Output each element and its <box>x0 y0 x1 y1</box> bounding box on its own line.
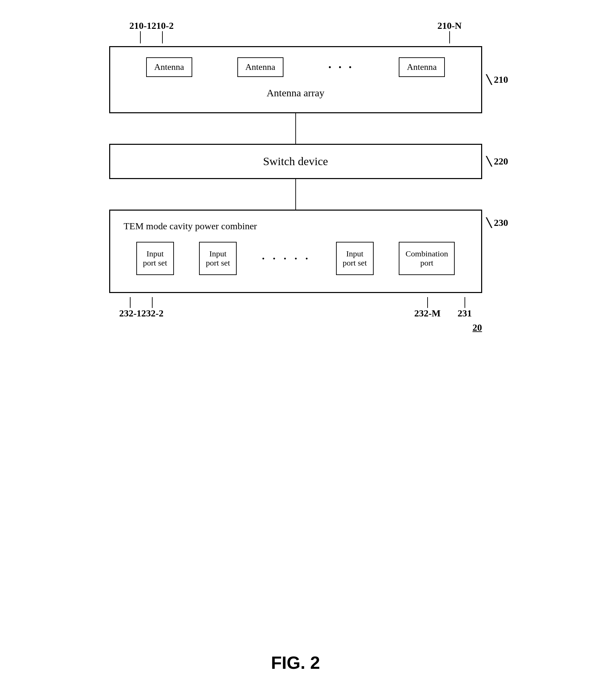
antenna-ref-1: 210-1 <box>130 20 152 43</box>
antenna-inner: Antenna Antenna · · · Antenna <box>124 57 468 77</box>
antenna-box-n: Antenna <box>399 57 445 77</box>
tem-port-labels-row: 232-1 232-2 232-M 231 <box>109 297 482 319</box>
antenna-box-1: Antenna <box>146 57 192 77</box>
port-label-232-1: 232-1 <box>119 297 141 319</box>
input-port-2: Input port set <box>199 242 237 275</box>
antenna-array-box: Antenna Antenna · · · Antenna Antenna ar… <box>109 46 482 113</box>
tem-ref: ╲ 230 <box>486 217 508 228</box>
tem-box: ╲ 230 TEM mode cavity power combiner Inp… <box>109 210 482 293</box>
antenna-label-row: 210-1 210-2 210-N <box>109 20 482 43</box>
switch-device-box: Switch device ╲ 220 <box>109 144 482 179</box>
antenna-array-label: Antenna array <box>124 87 468 99</box>
connector-line-2 <box>295 179 296 210</box>
system-ref-row: 20 <box>109 322 482 333</box>
system-ref: 20 <box>473 322 482 333</box>
port-label-232-2: 232-2 <box>141 297 163 319</box>
antenna-dots: · · · <box>328 60 354 74</box>
input-port-1: Input port set <box>136 242 174 275</box>
input-port-m: Input port set <box>336 242 374 275</box>
antenna-box-2: Antenna <box>237 57 283 77</box>
antenna-array-ref: ╲ 210 <box>486 74 508 85</box>
combination-port: Combination port <box>399 242 455 275</box>
tem-title: TEM mode cavity power combiner <box>124 221 468 232</box>
switch-device-ref: ╲ 220 <box>486 156 508 167</box>
port-label-232-m: 232-M <box>414 297 441 319</box>
antenna-ref-2: 210-2 <box>152 20 174 43</box>
tem-dots: · · · · · <box>262 252 311 265</box>
tem-inner: Input port set Input port set · · · · · … <box>124 242 468 275</box>
switch-device-label: Switch device <box>263 155 328 168</box>
port-label-231: 231 <box>458 297 472 319</box>
antenna-ref-n: 210-N <box>437 20 462 43</box>
diagram-container: 210-1 210-2 210-N Antenna Antenna · · · … <box>41 20 550 333</box>
figure-caption: FIG. 2 <box>271 653 320 673</box>
connector-line-1 <box>295 113 296 144</box>
